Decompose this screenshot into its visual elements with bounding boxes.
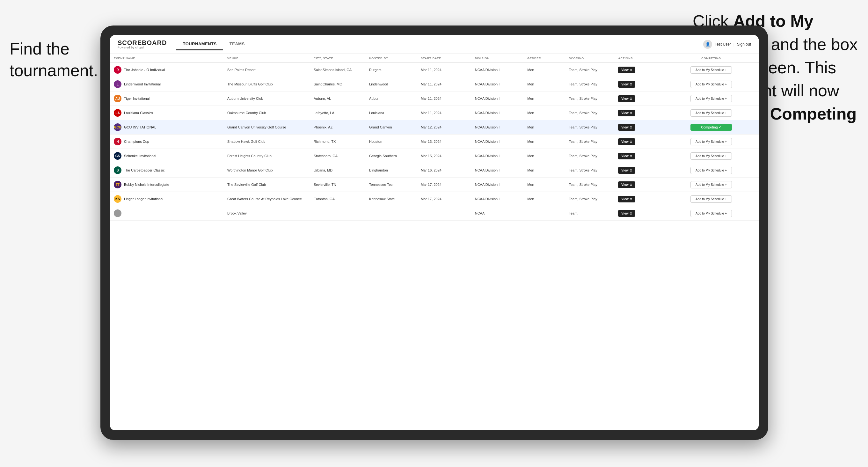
col-header-city-state: CITY, STATE — [310, 54, 365, 63]
hosted-by-cell: Georgia Southern — [365, 149, 417, 163]
view-button[interactable]: View ⊙ — [618, 210, 635, 217]
view-button[interactable]: View ⊙ — [618, 124, 635, 131]
user-avatar: 👤 — [703, 40, 712, 49]
gender-cell: Men — [523, 192, 565, 206]
scoring-cell: Team, Stroke Play — [565, 77, 614, 92]
competing-cell: Add to My Schedule + — [664, 178, 759, 192]
table-row: GCU GCU INVITATIONAL Grand Canyon Univer… — [110, 120, 759, 134]
city-state-cell: Eatonton, GA — [310, 192, 365, 206]
add-to-schedule-button[interactable]: Add to My Schedule + — [690, 138, 732, 145]
gender-cell: Men — [523, 178, 565, 192]
event-name-text: Champions Cup — [124, 139, 149, 144]
event-name-cell: H Champions Cup — [110, 134, 223, 149]
hosted-by-cell: Houston — [365, 134, 417, 149]
hosted-by-cell: Tennessee Tech — [365, 178, 417, 192]
competing-cell: Add to My Schedule + — [664, 106, 759, 120]
hosted-by-cell: Rutgers — [365, 63, 417, 77]
venue-cell: The Sevierville Golf Club — [223, 178, 310, 192]
table-row: LA Louisiana Classics Oakbourne Country … — [110, 106, 759, 120]
add-to-schedule-button[interactable]: Add to My Schedule + — [690, 181, 732, 188]
view-button[interactable]: View ⊙ — [618, 67, 635, 73]
team-logo: TT — [114, 181, 121, 188]
start-date-cell: Mar 11, 2024 — [417, 106, 471, 120]
add-to-schedule-button[interactable]: Add to My Schedule + — [690, 110, 732, 117]
col-header-event-name: EVENT NAME — [110, 54, 223, 63]
add-to-schedule-button[interactable]: Add to My Schedule + — [690, 152, 732, 160]
gender-cell: Men — [523, 163, 565, 178]
actions-cell: View ⊙ — [614, 178, 664, 192]
view-button[interactable]: View ⊙ — [618, 181, 635, 188]
competing-cell: Add to My Schedule + — [664, 92, 759, 106]
add-to-schedule-button[interactable]: Add to My Schedule + — [690, 167, 732, 174]
add-to-schedule-button[interactable]: Add to My Schedule + — [690, 195, 732, 203]
city-state-cell: Phoenix, AZ — [310, 120, 365, 134]
tab-teams[interactable]: TEAMS — [223, 38, 251, 50]
venue-cell: Auburn University Club — [223, 92, 310, 106]
table-row: AU Tiger Invitational Auburn University … — [110, 92, 759, 106]
venue-cell: Great Waters Course At Reynolds Lake Oco… — [223, 192, 310, 206]
view-button[interactable]: View ⊙ — [618, 196, 635, 203]
add-to-schedule-button[interactable]: Add to My Schedule + — [690, 95, 732, 102]
competing-button[interactable]: Competing ✓ — [690, 124, 732, 131]
event-name-cell: GS Schenkel Invitational — [110, 149, 223, 163]
division-cell: NCAA Division I — [471, 163, 523, 178]
col-header-gender: GENDER — [523, 54, 565, 63]
scoring-cell: Team, Stroke Play — [565, 134, 614, 149]
add-to-schedule-button[interactable]: Add to My Schedule + — [690, 210, 732, 217]
table-row: L Lindenwood Invitational The Missouri B… — [110, 77, 759, 92]
actions-cell: View ⊙ — [614, 106, 664, 120]
venue-cell: Grand Canyon University Golf Course — [223, 120, 310, 134]
logo-text: SCOREBOARD — [118, 39, 167, 46]
scoring-cell: Team, Stroke Play — [565, 120, 614, 134]
event-name-text: The Carpetbagger Classic — [124, 168, 165, 172]
team-logo: GS — [114, 152, 121, 160]
tournaments-table-container[interactable]: EVENT NAME VENUE CITY, STATE HOSTED BY S… — [110, 54, 759, 430]
tournaments-table: EVENT NAME VENUE CITY, STATE HOSTED BY S… — [110, 54, 759, 221]
table-row: GS Schenkel Invitational Forest Heights … — [110, 149, 759, 163]
add-to-schedule-button[interactable]: Add to My Schedule + — [690, 81, 732, 88]
team-logo: B — [114, 166, 121, 174]
logo-area: SCOREBOARD Powered by clippd — [118, 39, 167, 49]
view-button[interactable]: View ⊙ — [618, 153, 635, 159]
add-to-schedule-button[interactable]: Add to My Schedule + — [690, 66, 732, 74]
scoring-cell: Team, Stroke Play — [565, 106, 614, 120]
city-state-cell — [310, 206, 365, 221]
view-button[interactable]: View ⊙ — [618, 110, 635, 116]
scoring-cell: Team, Stroke Play — [565, 149, 614, 163]
gender-cell: Men — [523, 92, 565, 106]
team-logo: L — [114, 80, 121, 88]
division-cell: NCAA Division I — [471, 106, 523, 120]
view-button[interactable]: View ⊙ — [618, 167, 635, 174]
scoring-cell: Team, Stroke Play — [565, 178, 614, 192]
city-state-cell: Lafayette, LA — [310, 106, 365, 120]
gender-cell: Men — [523, 63, 565, 77]
team-logo: KS — [114, 195, 121, 203]
event-name-text: Schenkel Invitational — [124, 154, 156, 158]
tablet-screen: SCOREBOARD Powered by clippd TOURNAMENTS… — [110, 35, 759, 430]
competing-cell: Add to My Schedule + — [664, 192, 759, 206]
event-name-text: Linger Longer Invitational — [124, 197, 163, 201]
sign-out-link[interactable]: Sign out — [737, 42, 751, 46]
scoring-cell: Team, Stroke Play — [565, 192, 614, 206]
division-cell: NCAA Division I — [471, 192, 523, 206]
table-header-row: EVENT NAME VENUE CITY, STATE HOSTED BY S… — [110, 54, 759, 63]
event-name-text: GCU INVITATIONAL — [124, 125, 156, 129]
tablet-device: SCOREBOARD Powered by clippd TOURNAMENTS… — [100, 26, 768, 440]
start-date-cell: Mar 15, 2024 — [417, 149, 471, 163]
tab-tournaments[interactable]: TOURNAMENTS — [176, 38, 223, 50]
view-button[interactable]: View ⊙ — [618, 81, 635, 88]
col-header-venue: VENUE — [223, 54, 310, 63]
division-cell: NCAA Division I — [471, 178, 523, 192]
scoring-cell: Team, Stroke Play — [565, 63, 614, 77]
actions-cell: View ⊙ — [614, 149, 664, 163]
table-row: B The Carpetbagger Classic Worthington M… — [110, 163, 759, 178]
division-cell: NCAA Division I — [471, 63, 523, 77]
view-button[interactable]: View ⊙ — [618, 95, 635, 102]
event-name-cell: AU Tiger Invitational — [110, 92, 223, 106]
city-state-cell: Saint Charles, MO — [310, 77, 365, 92]
view-button[interactable]: View ⊙ — [618, 138, 635, 145]
gender-cell: Men — [523, 77, 565, 92]
competing-cell: Add to My Schedule + — [664, 163, 759, 178]
competing-cell: Competing ✓ — [664, 120, 759, 134]
start-date-cell: Mar 11, 2024 — [417, 63, 471, 77]
